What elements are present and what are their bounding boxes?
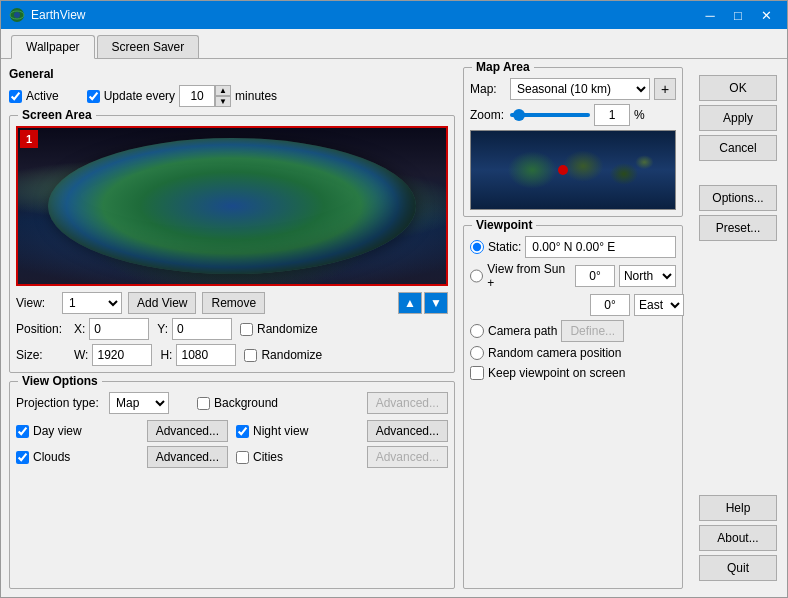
spinner-up[interactable]: ▲ <box>215 85 231 96</box>
static-label: Static: <box>488 240 521 254</box>
ok-button[interactable]: OK <box>699 75 777 101</box>
projection-select[interactable]: Map <box>109 392 169 414</box>
apply-button[interactable]: Apply <box>699 105 777 131</box>
active-checkbox[interactable] <box>9 90 22 103</box>
action-buttons: OK Apply Cancel Options... Preset... Hel… <box>691 67 779 589</box>
minimize-button[interactable]: ─ <box>697 5 723 25</box>
map-area-group: Map Area Map: Seasonal (10 km) + Zoom: <box>463 67 683 217</box>
night-view-text: Night view <box>253 424 308 438</box>
spinner-down[interactable]: ▼ <box>215 96 231 107</box>
tab-screensaver[interactable]: Screen Saver <box>97 35 200 58</box>
randomize-pos-label[interactable]: Randomize <box>240 322 318 336</box>
x-label: X: <box>74 322 85 336</box>
camera-path-label: Camera path <box>488 324 557 338</box>
zoom-input[interactable] <box>594 104 630 126</box>
view-options-group: View Options Projection type: Map Backgr… <box>9 381 455 589</box>
randomize-pos-checkbox[interactable] <box>240 323 253 336</box>
w-coord-group: W: <box>74 344 152 366</box>
general-title: General <box>9 67 455 81</box>
map-area-title: Map Area <box>472 60 534 74</box>
view-controls: View: 1 Add View Remove ▲ ▼ <box>16 292 448 314</box>
map-plus-button[interactable]: + <box>654 78 676 100</box>
add-view-button[interactable]: Add View <box>128 292 196 314</box>
w-input[interactable] <box>92 344 152 366</box>
day-view-advanced-button[interactable]: Advanced... <box>147 420 228 442</box>
location-marker <box>558 165 568 175</box>
keep-label: Keep viewpoint on screen <box>488 366 625 380</box>
window-body: Wallpaper Screen Saver General Active <box>1 29 787 597</box>
map-label: Map: <box>470 82 506 96</box>
active-checkbox-label[interactable]: Active <box>9 89 59 103</box>
y-label: Y: <box>157 322 168 336</box>
arrow-up-button[interactable]: ▲ <box>398 292 422 314</box>
keep-checkbox[interactable] <box>470 366 484 380</box>
cancel-button[interactable]: Cancel <box>699 135 777 161</box>
nav-arrows: ▲ ▼ <box>398 292 448 314</box>
background-text: Background <box>214 396 278 410</box>
quit-button[interactable]: Quit <box>699 555 777 581</box>
background-label[interactable]: Background <box>197 396 278 410</box>
projection-label: Projection type: <box>16 396 101 410</box>
close-button[interactable]: ✕ <box>753 5 779 25</box>
static-radio[interactable] <box>470 240 484 254</box>
arrow-down-button[interactable]: ▼ <box>424 292 448 314</box>
random-row: Random camera position <box>470 346 676 360</box>
left-panel: General Active Update every <box>9 67 455 589</box>
randomize-size-checkbox[interactable] <box>244 349 257 362</box>
content-area: General Active Update every <box>1 59 787 597</box>
east-direction-select[interactable]: East West <box>634 294 684 316</box>
sun-row-1: View from Sun + North South <box>470 262 676 290</box>
earth-image <box>18 128 446 284</box>
sun-value1-input[interactable] <box>575 265 615 287</box>
cities-label[interactable]: Cities <box>236 450 283 464</box>
background-checkbox[interactable] <box>197 397 210 410</box>
zoom-slider[interactable] <box>510 113 590 117</box>
preset-button[interactable]: Preset... <box>699 215 777 241</box>
randomize-size-label[interactable]: Randomize <box>244 348 322 362</box>
day-view-row: Day view Advanced... <box>16 420 228 442</box>
day-view-checkbox[interactable] <box>16 425 29 438</box>
random-label: Random camera position <box>488 346 621 360</box>
update-value-input[interactable] <box>179 85 215 107</box>
help-button[interactable]: Help <box>699 495 777 521</box>
remove-button[interactable]: Remove <box>202 292 265 314</box>
tab-wallpaper[interactable]: Wallpaper <box>11 35 95 59</box>
update-checkbox[interactable] <box>87 90 100 103</box>
screen-preview: 1 <box>16 126 448 286</box>
map-select[interactable]: Seasonal (10 km) <box>510 78 650 100</box>
night-view-advanced-button[interactable]: Advanced... <box>367 420 448 442</box>
cities-checkbox[interactable] <box>236 451 249 464</box>
north-direction-select[interactable]: North South <box>619 265 676 287</box>
sun-value2-input[interactable] <box>590 294 630 316</box>
view-select[interactable]: 1 <box>62 292 122 314</box>
randomize-pos-text: Randomize <box>257 322 318 336</box>
x-input[interactable] <box>89 318 149 340</box>
h-input[interactable] <box>176 344 236 366</box>
night-view-label[interactable]: Night view <box>236 424 308 438</box>
cities-text: Cities <box>253 450 283 464</box>
mini-map <box>470 130 676 210</box>
y-input[interactable] <box>172 318 232 340</box>
clouds-checkbox[interactable] <box>16 451 29 464</box>
sun-radio[interactable] <box>470 269 483 283</box>
viewpoint-group: Viewpoint Static: 0.00° N 0.00° E View f… <box>463 225 683 589</box>
static-row: Static: 0.00° N 0.00° E <box>470 236 676 258</box>
about-button[interactable]: About... <box>699 525 777 551</box>
options-grid: Day view Advanced... Night view Advanced… <box>16 420 448 468</box>
camera-path-radio[interactable] <box>470 324 484 338</box>
h-coord-group: H: <box>160 344 236 366</box>
random-radio[interactable] <box>470 346 484 360</box>
options-button[interactable]: Options... <box>699 185 777 211</box>
clouds-advanced-button[interactable]: Advanced... <box>147 446 228 468</box>
night-view-row: Night view Advanced... <box>236 420 448 442</box>
clouds-label[interactable]: Clouds <box>16 450 70 464</box>
earth-body <box>48 138 416 274</box>
zoom-label: Zoom: <box>470 108 506 122</box>
keep-row: Keep viewpoint on screen <box>470 366 676 380</box>
map-row: Map: Seasonal (10 km) + <box>470 78 676 100</box>
night-view-checkbox[interactable] <box>236 425 249 438</box>
day-view-label[interactable]: Day view <box>16 424 82 438</box>
maximize-button[interactable]: □ <box>725 5 751 25</box>
zoom-row: Zoom: % <box>470 104 676 126</box>
window-controls: ─ □ ✕ <box>697 5 779 25</box>
